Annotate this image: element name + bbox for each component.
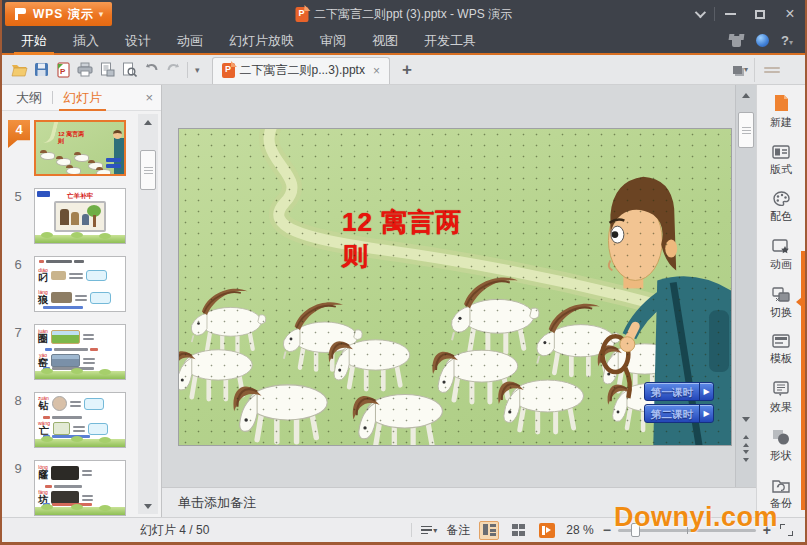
print-icon[interactable]	[74, 59, 96, 81]
slide-canvas[interactable]: 12 寓言两 则 第一课时▶ 第二课时▶	[178, 128, 732, 446]
sidebar-item-transition[interactable]: 切换	[770, 287, 792, 320]
tab-developer[interactable]: 开发工具	[411, 28, 489, 53]
chevron-down-icon: ▾	[99, 9, 104, 19]
slide-thumbnail-7[interactable]: juàn圈 yáo窑	[34, 324, 126, 380]
scroll-up-icon[interactable]	[736, 87, 756, 101]
close-button[interactable]: ×	[775, 0, 805, 28]
scrollbar-thumb[interactable]	[738, 112, 754, 148]
notes-bar[interactable]: 单击添加备注	[162, 487, 756, 517]
redo-icon[interactable]	[162, 59, 184, 81]
maximize-button[interactable]	[745, 0, 775, 28]
animation-star-icon	[772, 239, 790, 254]
previous-slide-button[interactable]	[736, 432, 756, 447]
sidebar-item-animation[interactable]: 动画	[770, 239, 792, 272]
save-icon[interactable]	[30, 59, 52, 81]
notes-toggle-label[interactable]: 备注	[446, 522, 470, 539]
zoom-out-button[interactable]: −	[603, 525, 611, 535]
minimize-button[interactable]	[715, 0, 745, 28]
window-controls: ×	[684, 0, 805, 28]
tab-home[interactable]: 开始	[8, 28, 60, 53]
skin-theme-icon[interactable]	[729, 34, 744, 47]
sidebar-item-colors[interactable]: 配色	[770, 191, 792, 224]
feedback-icon[interactable]	[756, 34, 769, 47]
new-document-tab-button[interactable]: +	[402, 60, 412, 80]
slides-panel: 大纲 幻灯片 × 4 12 寓言两则	[2, 85, 162, 517]
slide-sorter-view-button[interactable]	[508, 521, 528, 540]
status-bar: 幻灯片 4 / 50 ▾ 备注 28 % − +	[2, 517, 805, 542]
scroll-up-icon[interactable]	[138, 114, 158, 128]
lesson2-nav-button[interactable]: 第二课时▶	[644, 404, 714, 423]
document-tab[interactable]: 二下寓言二则p...3).pptx ×	[212, 57, 390, 84]
print-preview-icon[interactable]	[96, 59, 118, 81]
sidebar-item-effect[interactable]: 效果	[770, 381, 792, 415]
sidebar-item-backup[interactable]: 备份	[770, 478, 792, 511]
pptx-file-icon	[222, 63, 235, 78]
collapse-ribbon-button[interactable]	[684, 0, 714, 28]
sidebar-item-layout[interactable]: 版式	[770, 145, 792, 177]
scrollbar-thumb[interactable]	[140, 150, 156, 190]
tab-outline[interactable]: 大纲	[10, 85, 48, 110]
slide-thumb-row-7[interactable]: 7 juàn圈 yáo窑	[6, 324, 135, 380]
slide-title[interactable]: 12 寓言两 则	[342, 205, 592, 273]
tab-slideshow[interactable]: 幻灯片放映	[216, 28, 307, 53]
help-button[interactable]: ?▾	[781, 33, 793, 48]
open-file-icon[interactable]	[8, 59, 30, 81]
slide-number: 9	[6, 460, 30, 476]
template-icon	[772, 334, 790, 348]
window-title: 二下寓言二则ppt (3).pptx - WPS 演示	[295, 6, 512, 23]
ribbon-tabs: 开始 插入 设计 动画 幻灯片放映 审阅 视图 开发工具 ?▾	[2, 28, 805, 55]
next-slide-button[interactable]	[736, 449, 756, 464]
normal-view-button[interactable]	[479, 521, 499, 540]
slide-thumb-row-9[interactable]: 9 lóng窿 fāng坊	[6, 460, 135, 516]
tab-slides[interactable]: 幻灯片	[57, 85, 108, 110]
sidebar-collapse-handle[interactable]	[761, 67, 783, 73]
find-icon[interactable]	[118, 59, 140, 81]
layout-icon	[772, 145, 790, 159]
slideshow-play-button[interactable]	[537, 521, 557, 540]
switch-window-icon[interactable]: ▾	[733, 65, 748, 74]
slide-thumbnail-9[interactable]: lóng窿 fāng坊	[34, 460, 126, 516]
notes-toggle-icon[interactable]: ▾	[421, 526, 437, 535]
tab-insert[interactable]: 插入	[60, 28, 112, 53]
tab-view[interactable]: 视图	[359, 28, 411, 53]
slide-thumb-row-5[interactable]: 5 亡羊补牢	[6, 188, 135, 244]
slide-thumbnail-8[interactable]: zuān钻 wáng亡	[34, 392, 126, 448]
lesson1-nav-button[interactable]: 第一课时▶	[644, 382, 714, 401]
scroll-down-icon[interactable]	[736, 413, 756, 427]
slides-panel-scrollbar[interactable]	[138, 114, 158, 514]
tab-review[interactable]: 审阅	[307, 28, 359, 53]
backup-icon	[772, 478, 790, 493]
fit-to-window-icon[interactable]	[780, 524, 793, 536]
scroll-down-icon[interactable]	[138, 500, 158, 514]
sidebar-item-new[interactable]: 新建	[770, 94, 792, 130]
tab-animation[interactable]: 动画	[164, 28, 216, 53]
pptx-file-icon	[295, 7, 308, 22]
editor-scrollbar[interactable]	[735, 85, 756, 487]
undo-icon[interactable]	[140, 59, 162, 81]
wps-app-menu-button[interactable]: WPS 演示 ▾	[5, 2, 112, 26]
slide-thumb-row-6[interactable]: 6 diāo叼 láng狼	[6, 256, 135, 312]
export-pdf-icon[interactable]: P	[52, 59, 74, 81]
slide-thumb-row-4[interactable]: 4 12 寓言两则	[6, 120, 135, 176]
close-panel-icon[interactable]: ×	[145, 90, 153, 105]
titlebar: WPS 演示 ▾ 二下寓言二则ppt (3).pptx - WPS 演示 ×	[2, 0, 805, 28]
toolbar-more-dropdown[interactable]: ▾	[191, 65, 204, 75]
notes-placeholder[interactable]: 单击添加备注	[178, 494, 256, 512]
slide-canvas-area[interactable]: 12 寓言两 则 第一课时▶ 第二课时▶	[162, 85, 756, 487]
sidebar-item-template[interactable]: 模板	[770, 334, 792, 366]
close-document-icon[interactable]: ×	[373, 64, 380, 78]
slide-thumbnail-4[interactable]: 12 寓言两则	[34, 120, 126, 176]
wps-logo-icon	[14, 7, 28, 21]
slide-thumbnail-5[interactable]: 亡羊补牢	[34, 188, 126, 244]
slide-number: 5	[6, 188, 30, 204]
arrow-right-icon: ▶	[699, 383, 713, 400]
sidebar-expand-arrow[interactable]	[791, 297, 802, 307]
slide-thumb-row-8[interactable]: 8 zuān钻 wáng亡	[6, 392, 135, 448]
editor-area: 12 寓言两 则 第一课时▶ 第二课时▶	[162, 85, 756, 517]
zoom-slider-handle[interactable]	[631, 523, 640, 537]
slide-thumbnail-6[interactable]: diāo叼 láng狼	[34, 256, 126, 312]
sidebar-item-shapes[interactable]: 形状	[770, 429, 792, 463]
zoom-slider[interactable]	[618, 529, 756, 532]
tab-design[interactable]: 设计	[112, 28, 164, 53]
zoom-in-button[interactable]: +	[763, 525, 771, 535]
